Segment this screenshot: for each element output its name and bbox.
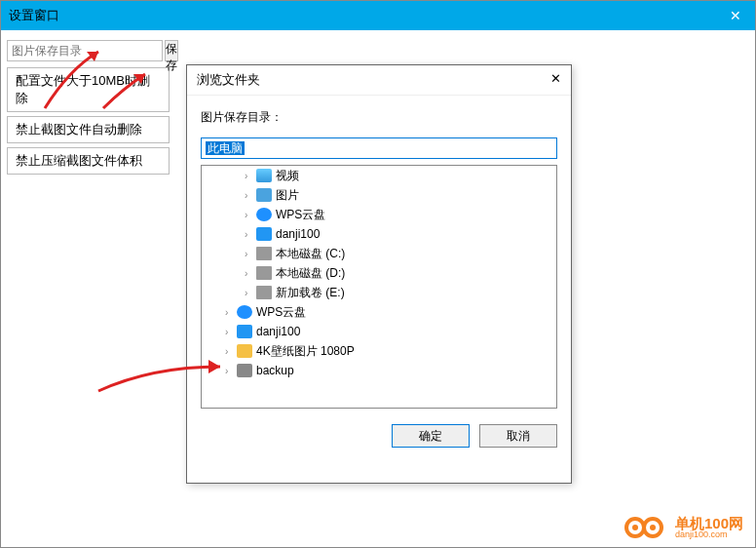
sidebar-item[interactable]: 配置文件大于10MB时删除 (7, 67, 170, 112)
path-input[interactable] (7, 40, 163, 61)
expand-icon[interactable]: › (245, 210, 254, 220)
drive-icon (256, 286, 272, 299)
ok-button[interactable]: 确定 (392, 424, 470, 448)
path-row: 保存 (7, 40, 170, 61)
tree-item-label: 图片 (276, 187, 299, 204)
tree-item-label: 本地磁盘 (D:) (276, 265, 345, 282)
tree-item[interactable]: ›backup (202, 361, 556, 380)
logo-text: 单机100网 danji100.com (675, 516, 743, 539)
dialog-label: 图片保存目录： (187, 96, 571, 132)
expand-icon[interactable]: › (225, 307, 235, 318)
expand-icon[interactable]: › (225, 366, 235, 376)
tree-item[interactable]: ›视频 (202, 166, 556, 185)
browse-folder-dialog: 浏览文件夹 ✕ 图片保存目录： 此电脑 ›视频›图片›WPS云盘›danji10… (186, 64, 572, 484)
tree-item-label: backup (256, 364, 294, 377)
tree-item-label: danji100 (256, 325, 300, 338)
tree-item-label: 视频 (276, 168, 299, 184)
tree-item-label: danji100 (276, 227, 320, 241)
selected-path-text: 此电脑 (206, 141, 245, 155)
folder-icon (237, 344, 252, 358)
pic-icon (256, 188, 272, 202)
expand-icon[interactable]: › (245, 288, 254, 298)
wps-icon (237, 305, 252, 319)
expand-icon[interactable]: › (225, 346, 235, 357)
expand-icon[interactable]: › (245, 249, 254, 259)
expand-icon[interactable]: › (245, 229, 254, 240)
tree-item-label: WPS云盘 (256, 304, 306, 321)
dialog-buttons: 确定 取消 (187, 412, 571, 459)
watermark-logo: 单机100网 danji100.com (624, 514, 743, 541)
tree-item[interactable]: ›图片 (202, 185, 556, 205)
logo-icon (624, 514, 669, 541)
close-icon[interactable]: ✕ (716, 1, 755, 30)
sidebar-item[interactable]: 禁止截图文件自动删除 (7, 116, 170, 143)
wps-icon (256, 208, 272, 221)
dialog-close-icon[interactable]: ✕ (550, 71, 561, 89)
expand-icon[interactable]: › (245, 171, 254, 181)
tree-item[interactable]: ›4K壁纸图片 1080P (202, 341, 556, 361)
tree-item[interactable]: ›WPS云盘 (202, 205, 556, 224)
save-button[interactable]: 保存 (165, 40, 178, 61)
tree-item[interactable]: ›本地磁盘 (C:) (202, 244, 556, 263)
tree-item-label: WPS云盘 (276, 207, 325, 223)
drive-icon (256, 247, 272, 260)
tree-item-label: 4K壁纸图片 1080P (256, 343, 355, 360)
backup-icon (237, 364, 252, 377)
drive-icon (256, 266, 272, 280)
cancel-button[interactable]: 取消 (479, 424, 557, 448)
expand-icon[interactable]: › (225, 327, 235, 337)
dialog-titlebar: 浏览文件夹 ✕ (187, 65, 571, 96)
sidebar: 保存 配置文件大于10MB时删除 禁止截图文件自动删除 禁止压缩截图文件体积 (1, 30, 175, 178)
tree-item-label: 新加载卷 (E:) (276, 285, 345, 301)
expand-icon[interactable]: › (245, 268, 254, 279)
tree-item[interactable]: ›danji100 (202, 322, 556, 341)
video-icon (256, 169, 272, 182)
selected-path-field[interactable]: 此电脑 (201, 137, 557, 159)
sidebar-item[interactable]: 禁止压缩截图文件体积 (7, 147, 170, 175)
dialog-title: 浏览文件夹 (197, 71, 260, 89)
danji-icon (256, 227, 272, 241)
titlebar: 设置窗口 ✕ (1, 1, 755, 30)
tree-item[interactable]: ›danji100 (202, 224, 556, 244)
expand-icon[interactable]: › (245, 190, 254, 201)
danji-icon (237, 325, 252, 338)
tree-item[interactable]: ›本地磁盘 (D:) (202, 263, 556, 283)
tree-item[interactable]: ›WPS云盘 (202, 302, 556, 322)
window-title: 设置窗口 (9, 7, 59, 24)
tree-item-label: 本地磁盘 (C:) (276, 246, 345, 262)
tree-item[interactable]: ›新加载卷 (E:) (202, 283, 556, 302)
folder-tree[interactable]: ›视频›图片›WPS云盘›danji100›本地磁盘 (C:)›本地磁盘 (D:… (201, 165, 557, 409)
